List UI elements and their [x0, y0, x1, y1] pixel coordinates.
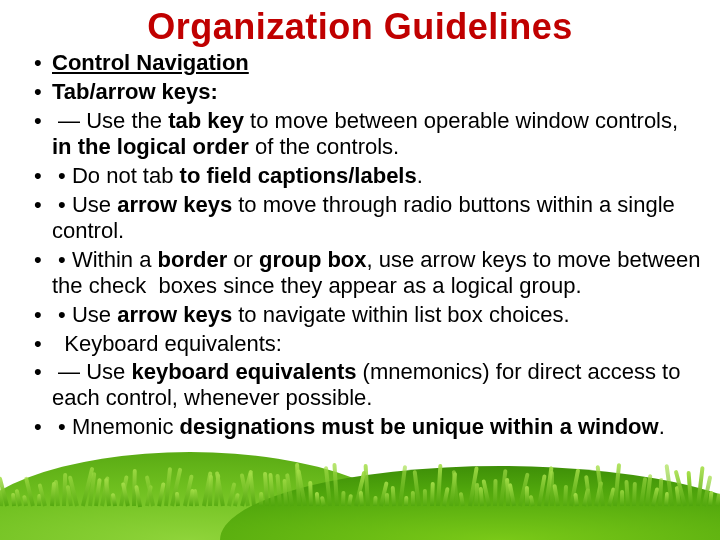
bullet-item: — Use keyboard equivalents (mnemonics) f…	[34, 359, 702, 414]
grass-blades	[0, 456, 720, 506]
bullet-item: • Use arrow keys to navigate within list…	[34, 302, 702, 331]
grass-footer	[0, 444, 720, 540]
grass-hill-front	[220, 466, 720, 540]
bullet-item: • Use arrow keys to move through radio b…	[34, 192, 702, 247]
bullet-item: • Within a border or group box, use arro…	[34, 247, 702, 302]
bullet-item: — Use the tab key to move between operab…	[34, 108, 702, 163]
bullet-item: Keyboard equivalents:	[34, 331, 702, 360]
bullet-item: • Mnemonic designations must be unique w…	[34, 414, 702, 443]
grass-hill-back	[0, 452, 420, 540]
slide-title: Organization Guidelines	[0, 0, 720, 50]
bullet-item: Tab/arrow keys:	[34, 79, 702, 108]
slide: Organization Guidelines Control Navigati…	[0, 0, 720, 540]
bullet-item: • Do not tab to field captions/labels.	[34, 163, 702, 192]
bullet-list: Control NavigationTab/arrow keys: — Use …	[0, 50, 720, 443]
bullet-item: Control Navigation	[34, 50, 702, 79]
